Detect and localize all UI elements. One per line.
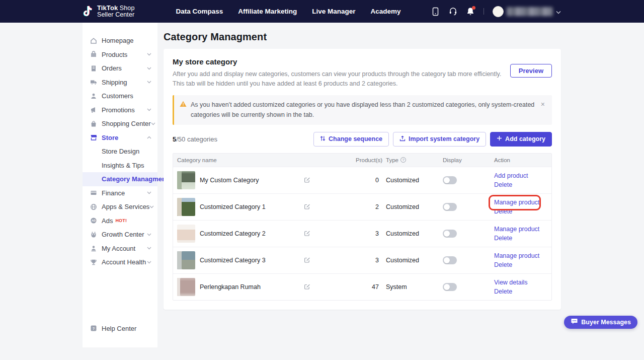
delete-link[interactable]: Delete: [494, 288, 512, 295]
megaphone-icon: [90, 106, 97, 113]
chevron-down-icon: [147, 67, 151, 70]
ads-icon: AD: [90, 217, 97, 224]
display-toggle[interactable]: [443, 230, 457, 238]
edit-icon[interactable]: [304, 283, 310, 290]
nav-data-compass[interactable]: Data Compass: [175, 6, 224, 17]
display-toggle[interactable]: [443, 203, 457, 211]
chevron-down-icon: [147, 108, 151, 111]
logo-text: TikTok Shop Seller Center: [97, 5, 134, 18]
sidebar-item-shipping[interactable]: Shipping: [83, 76, 157, 90]
sidebar-item-products[interactable]: Products: [83, 48, 157, 62]
account-menu[interactable]: [493, 6, 561, 17]
chevron-down-icon: [147, 191, 151, 194]
buyer-messages-button[interactable]: Buyer Messages: [564, 316, 637, 329]
edit-icon[interactable]: [304, 177, 310, 183]
sidebar-item-store[interactable]: Store: [83, 131, 157, 145]
shopping-bag-icon: [90, 120, 97, 127]
card-description: After you add and display new categories…: [173, 69, 505, 89]
tiktok-shop-logo[interactable]: TikTok Shop Seller Center: [83, 5, 134, 18]
delete-link[interactable]: Delete: [494, 181, 512, 188]
sidebar-item-growth-center[interactable]: Growth Center: [83, 228, 157, 242]
preview-button[interactable]: Preview: [510, 64, 552, 78]
sort-icon: [320, 135, 326, 143]
edit-icon[interactable]: [304, 257, 310, 263]
chevron-down-icon: [151, 122, 155, 125]
table-row: Customized Category 2 3 Customized Manag…: [173, 220, 551, 247]
sidebar-item-apps-services[interactable]: Apps & Services: [83, 200, 157, 214]
question-circle-icon[interactable]: ?: [400, 157, 406, 163]
nav-affiliate-marketing[interactable]: Affiliate Marketing: [237, 6, 298, 17]
bell-icon[interactable]: [466, 7, 475, 16]
mobile-icon[interactable]: [431, 7, 440, 16]
plus-icon: [497, 135, 502, 142]
account-name-redacted: [507, 7, 553, 16]
chevron-down-icon: [149, 205, 154, 208]
add-category-button[interactable]: Add category: [490, 132, 552, 147]
col-header-category-name: Category name: [173, 157, 356, 163]
chevron-down-icon: [147, 247, 151, 250]
headset-icon[interactable]: [448, 7, 457, 16]
delete-link[interactable]: Delete: [494, 208, 512, 215]
table-row: Perlengkapan Rumah 47 System View detail…: [173, 273, 551, 300]
sidebar-item-finance[interactable]: Finance: [83, 186, 157, 200]
trophy-icon: [90, 259, 97, 266]
orders-icon: [90, 65, 97, 72]
close-icon[interactable]: ×: [540, 100, 546, 109]
svg-text:AD: AD: [92, 220, 96, 223]
nav-live-manager[interactable]: Live Manager: [311, 6, 356, 17]
sidebar-item-orders[interactable]: Orders: [83, 61, 157, 76]
nav-academy[interactable]: Academy: [370, 6, 402, 17]
truck-icon: [90, 79, 97, 86]
import-system-category-button[interactable]: Import system category: [393, 132, 486, 147]
sidebar-item-shopping-center[interactable]: Shopping Center: [83, 117, 157, 131]
change-sequence-button[interactable]: Change sequence: [313, 132, 389, 147]
sidebar-item-account-health[interactable]: Account Health: [83, 255, 157, 269]
sidebar-item-homepage[interactable]: Homepage: [83, 34, 157, 48]
category-thumbnail: [177, 171, 195, 189]
home-icon: [90, 37, 97, 44]
category-thumbnail: [177, 225, 195, 243]
alert-banner: As you haven't added customized categori…: [173, 95, 552, 125]
manage-product-link[interactable]: Manage product: [494, 226, 539, 233]
alert-text: As you haven't added customized categori…: [191, 100, 535, 120]
warning-icon: [180, 101, 187, 107]
category-table: Category name Product(s) Type ? Display …: [173, 153, 552, 301]
manage-product-link[interactable]: Manage product: [494, 252, 539, 259]
products-icon: [90, 51, 97, 58]
sidebar-item-insights-tips[interactable]: Insights & Tips: [83, 159, 157, 173]
category-thumbnail: [177, 278, 195, 296]
sidebar-item-promotions[interactable]: Promotions: [83, 103, 157, 117]
table-header-row: Category name Product(s) Type ? Display …: [173, 154, 551, 167]
card-title: My store category: [173, 57, 505, 66]
globe-icon: [90, 203, 97, 210]
display-toggle[interactable]: [443, 283, 457, 291]
col-header-display: Display: [441, 157, 494, 163]
chevron-down-icon: [147, 53, 151, 56]
table-controls: 5/50 categories Change sequence Import s…: [173, 132, 552, 147]
table-row: Customized Category 3 3 Customized Manag…: [173, 247, 551, 273]
sidebar-item-ads[interactable]: AD Ads HOT!: [83, 214, 157, 228]
category-thumbnail: [177, 198, 195, 216]
edit-icon[interactable]: [304, 203, 310, 210]
user-icon: [90, 93, 97, 100]
add-product-link[interactable]: Add product: [494, 172, 528, 179]
hot-badge: HOT!: [115, 218, 127, 223]
table-row: Customized Category 1 2 Customized Manag…: [173, 193, 551, 220]
chevron-down-icon: [147, 261, 151, 264]
chat-bubble-icon: [571, 318, 578, 326]
display-toggle[interactable]: [443, 176, 457, 184]
delete-link[interactable]: Delete: [494, 235, 512, 242]
edit-icon[interactable]: [304, 230, 310, 237]
top-bar: TikTok Shop Seller Center Data Compass A…: [0, 0, 644, 23]
sidebar-item-category-managment[interactable]: Category Managment: [83, 172, 157, 186]
sidebar-item-help-center[interactable]: ? Help Center: [83, 322, 157, 336]
growth-icon: [90, 231, 97, 238]
manage-product-link[interactable]: Manage product: [494, 199, 539, 206]
sidebar-item-store-design[interactable]: Store Design: [83, 145, 157, 159]
delete-link[interactable]: Delete: [494, 261, 512, 268]
display-toggle[interactable]: [443, 256, 457, 264]
sidebar-item-my-account[interactable]: My Account: [83, 242, 157, 256]
col-header-type: Type ?: [386, 157, 441, 163]
view-details-link[interactable]: View details: [494, 279, 527, 286]
sidebar-item-customers[interactable]: Customers: [83, 89, 157, 103]
